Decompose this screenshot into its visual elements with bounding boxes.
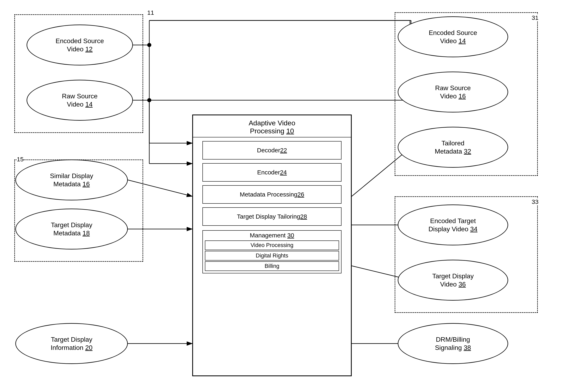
similar-display-metadata-16: Similar DisplayMetadata 16 <box>15 160 128 200</box>
management-title: Management 30 <box>203 231 341 240</box>
digital-rights-box: Digital Rights <box>205 251 339 261</box>
target-display-tailoring-box: Target Display Tailoring 28 <box>203 207 342 226</box>
svg-point-3 <box>147 43 151 47</box>
tailored-metadata-32: TailoredMetadata 32 <box>398 127 508 168</box>
svg-point-12 <box>147 98 151 102</box>
billing-box: Billing <box>205 261 339 271</box>
main-processing-box: Adaptive VideoProcessing 10 Decoder 22 E… <box>192 115 352 376</box>
label-11: 11 <box>147 9 154 16</box>
target-display-video-36: Target DisplayVideo 36 <box>398 260 508 301</box>
encoded-source-video-14-right: Encoded SourceVideo 14 <box>398 16 508 57</box>
video-processing-box: Video Processing <box>205 241 339 250</box>
avp-title: Adaptive VideoProcessing 10 <box>193 115 351 137</box>
label-15: 15 <box>17 156 23 163</box>
target-display-metadata-18: Target DisplayMetadata 18 <box>15 208 128 249</box>
raw-source-video-14: Raw SourceVideo 14 <box>27 80 133 121</box>
management-box: Management 30 Video Processing Digital R… <box>203 230 342 273</box>
target-display-information-20: Target DisplayInformation 20 <box>15 323 128 364</box>
diagram-container: 11 15 31 33 Encoded SourceVideo 12 Raw S… <box>0 0 574 392</box>
drm-billing-signaling-38: DRM/BillingSignaling 38 <box>398 323 508 364</box>
label-33: 33 <box>532 198 538 205</box>
encoded-source-video-12: Encoded SourceVideo 12 <box>27 24 133 65</box>
decoder-box: Decoder 22 <box>203 141 342 160</box>
raw-source-video-16-right: Raw SourceVideo 16 <box>398 72 508 112</box>
encoder-box: Encoder 24 <box>203 163 342 182</box>
label-31: 31 <box>532 14 538 21</box>
encoded-target-display-video-34: Encoded TargetDisplay Video 34 <box>398 205 508 245</box>
metadata-processing-box: Metadata Processing 26 <box>203 185 342 204</box>
